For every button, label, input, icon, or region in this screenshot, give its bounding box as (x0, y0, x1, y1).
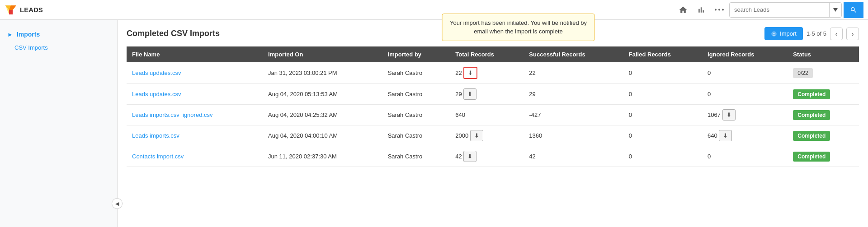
cell-imported-by: Sarah Castro (382, 105, 450, 125)
cell-successful-records: -427 (524, 105, 623, 125)
download-button[interactable]: ⬇ (463, 88, 476, 100)
import-button[interactable]: Import (764, 27, 803, 40)
search-dropdown-button[interactable] (829, 3, 841, 17)
cell-ignored-records: 0 (702, 146, 788, 167)
cell-failed-records: 0 (623, 62, 702, 84)
search-icon (850, 6, 857, 14)
sidebar-section-label: Imports (17, 31, 40, 38)
cell-imported-by: Sarah Castro (382, 62, 450, 84)
col-status: Status (788, 46, 859, 62)
page-title: Completed CSV Imports (127, 29, 220, 38)
chart-icon (697, 5, 706, 14)
sidebar-item-csv-imports[interactable]: CSV Imports (0, 42, 117, 54)
notification-line1: Your import has been initiated. You will… (450, 19, 587, 26)
file-name-link[interactable]: Leads updates.csv (132, 91, 181, 97)
import-icon (771, 31, 777, 37)
download-ignored-button[interactable]: ⬇ (719, 130, 732, 141)
col-file-name: File Name (127, 46, 263, 62)
sidebar-section-imports[interactable]: ► Imports (0, 27, 117, 42)
svg-point-3 (715, 9, 717, 11)
table-row: Leads updates.csvJan 31, 2023 03:00:21 P… (127, 62, 859, 84)
svg-point-4 (718, 9, 720, 11)
cell-file-name: Leads updates.csv (127, 62, 263, 84)
home-icon (679, 5, 688, 14)
main-content: Completed CSV Imports Import 1-5 of 5 ‹ … (118, 20, 868, 227)
cell-imported-by: Sarah Castro (382, 84, 450, 105)
status-progress-badge: 0/22 (793, 68, 812, 78)
file-name-link[interactable]: Leads imports.csv (132, 132, 179, 139)
table-row: Contacts import.csvJun 11, 2020 02:37:30… (127, 146, 859, 167)
cell-status: 0/22 (788, 62, 859, 84)
cell-failed-records: 0 (623, 84, 702, 105)
download-ignored-button[interactable]: ⬇ (722, 109, 736, 120)
cell-successful-records: 22 (524, 62, 623, 84)
pagination-info: 1-5 of 5 (807, 30, 826, 37)
more-button[interactable] (711, 2, 727, 18)
col-imported-by: Imported by (382, 46, 450, 62)
col-imported-on: Imported On (263, 46, 382, 62)
cell-failed-records: 0 (623, 146, 702, 167)
cell-ignored-records: 0 (702, 84, 788, 105)
col-failed-records: Failed Records (623, 46, 702, 62)
cell-file-name: Leads imports.csv_ignored.csv (127, 105, 263, 125)
nav-icons (675, 2, 863, 18)
cell-total-records: 29 ⬇ (450, 84, 524, 105)
cell-imported-on: Jan 31, 2023 03:00:21 PM (263, 62, 382, 84)
chart-button[interactable] (693, 2, 709, 18)
file-name-link[interactable]: Leads imports.csv_ignored.csv (132, 111, 212, 118)
brand-name: LEADS (20, 6, 43, 14)
sidebar-collapse-button[interactable]: ◀ (112, 198, 123, 209)
table-row: Leads imports.csvAug 04, 2020 04:00:10 A… (127, 125, 859, 146)
next-page-button[interactable]: › (846, 28, 859, 40)
table-header-row: File Name Imported On Imported by Total … (127, 46, 859, 62)
sidebar: ► Imports CSV Imports ◀ (0, 20, 118, 227)
notification-line2: email when the import is complete (474, 28, 563, 35)
status-badge: Completed (793, 89, 830, 99)
app-layout: ► Imports CSV Imports ◀ Completed CSV Im… (0, 20, 868, 227)
search-area (729, 2, 842, 18)
status-badge: Completed (793, 131, 830, 141)
file-name-link[interactable]: Contacts import.csv (132, 153, 184, 160)
chevron-down-icon (833, 8, 838, 12)
svg-point-5 (722, 9, 724, 11)
leads-logo-icon (5, 4, 17, 16)
sidebar-arrow-icon: ► (7, 31, 13, 38)
table-row: Leads imports.csv_ignored.csvAug 04, 202… (127, 105, 859, 125)
cell-status: Completed (788, 84, 859, 105)
cell-file-name: Leads updates.csv (127, 84, 263, 105)
brand-logo: LEADS (5, 4, 43, 16)
col-successful-records: Successful Records (524, 46, 623, 62)
import-button-label: Import (780, 30, 797, 37)
cell-file-name: Contacts import.csv (127, 146, 263, 167)
cell-status: Completed (788, 105, 859, 125)
cell-successful-records: 29 (524, 84, 623, 105)
search-input[interactable] (730, 4, 829, 16)
header-right: Import 1-5 of 5 ‹ › (764, 27, 859, 40)
cell-ignored-records: 0 (702, 62, 788, 84)
col-total-records: Total Records (450, 46, 524, 62)
more-icon (715, 9, 724, 11)
cell-imported-on: Aug 04, 2020 04:25:32 AM (263, 105, 382, 125)
table-row: Leads updates.csvAug 04, 2020 05:13:53 A… (127, 84, 859, 105)
home-button[interactable] (675, 2, 691, 18)
cell-imported-on: Aug 04, 2020 05:13:53 AM (263, 84, 382, 105)
cell-total-records: 22 ⬇ (450, 62, 524, 84)
cell-failed-records: 0 (623, 105, 702, 125)
cell-successful-records: 42 (524, 146, 623, 167)
search-button[interactable] (844, 2, 863, 18)
svg-marker-6 (833, 8, 838, 12)
download-button[interactable]: ⬇ (470, 130, 483, 141)
cell-total-records: 42 ⬇ (450, 146, 524, 167)
notification-banner: Your import has been initiated. You will… (442, 14, 594, 41)
cell-total-records: 2000 ⬇ (450, 125, 524, 146)
cell-ignored-records: 640 ⬇ (702, 125, 788, 146)
prev-page-button[interactable]: ‹ (830, 28, 843, 40)
status-badge: Completed (793, 110, 830, 120)
col-ignored-records: Ignored Records (702, 46, 788, 62)
file-name-link[interactable]: Leads updates.csv (132, 69, 181, 76)
download-button[interactable]: ⬇ (463, 151, 476, 162)
cell-successful-records: 1360 (524, 125, 623, 146)
download-button[interactable]: ⬇ (463, 67, 477, 79)
csv-imports-table: File Name Imported On Imported by Total … (127, 46, 859, 167)
cell-total-records: 640 (450, 105, 524, 125)
